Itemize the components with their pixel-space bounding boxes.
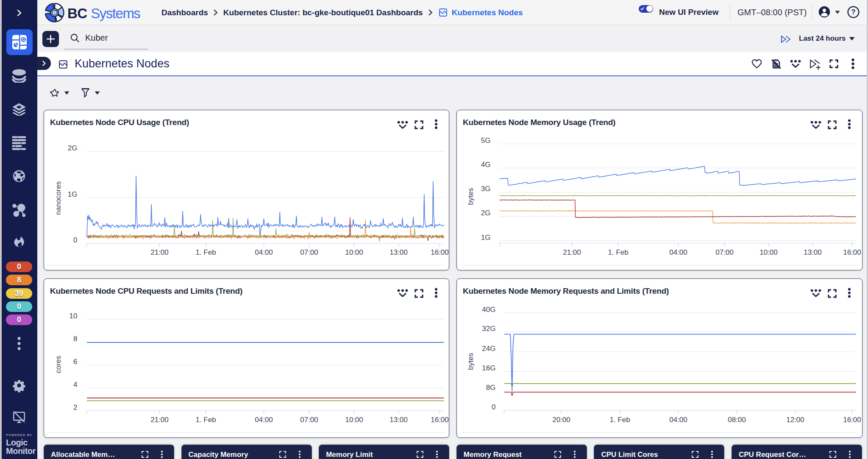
svg-text:1. Feb: 1. Feb	[609, 416, 630, 424]
svg-text:10:00: 10:00	[760, 248, 778, 256]
svg-text:1G: 1G	[481, 234, 491, 242]
svg-text:nanocores: nanocores	[54, 181, 62, 215]
svg-text:16G: 16G	[482, 364, 495, 372]
svg-text:13:00: 13:00	[389, 416, 408, 424]
svg-text:04:00: 04:00	[255, 416, 273, 424]
svg-text:1. Feb: 1. Feb	[195, 416, 216, 424]
svg-text:10:00: 10:00	[345, 248, 363, 256]
svg-text:10: 10	[70, 312, 78, 320]
svg-text:0: 0	[73, 236, 77, 244]
svg-text:?: ?	[851, 8, 856, 16]
svg-text:10:00: 10:00	[345, 416, 363, 424]
svg-text:20:00: 20:00	[552, 416, 570, 424]
svg-text:cores: cores	[54, 356, 62, 373]
svg-text:04:00: 04:00	[669, 416, 687, 424]
svg-text:07:00: 07:00	[715, 248, 734, 256]
svg-text:4: 4	[73, 380, 77, 388]
svg-text:8: 8	[73, 334, 77, 342]
svg-text:21:00: 21:00	[150, 416, 169, 424]
svg-text:1G: 1G	[68, 190, 78, 198]
svg-text:08:00: 08:00	[728, 416, 746, 424]
svg-text:16:00: 16:00	[843, 248, 861, 256]
svg-text:13:00: 13:00	[389, 248, 408, 256]
svg-text:32G: 32G	[482, 325, 495, 333]
svg-text:04:00: 04:00	[255, 248, 273, 256]
svg-text:6: 6	[73, 357, 77, 365]
svg-text:0: 0	[492, 403, 495, 411]
svg-text:24G: 24G	[482, 344, 495, 352]
svg-text:2: 2	[73, 403, 77, 411]
svg-text:40G: 40G	[482, 306, 495, 314]
svg-text:8G: 8G	[486, 384, 496, 392]
svg-text:bytes: bytes	[467, 353, 475, 370]
svg-text:21:00: 21:00	[563, 248, 581, 256]
svg-text:07:00: 07:00	[300, 248, 318, 256]
svg-text:5G: 5G	[481, 136, 491, 145]
svg-text:2G: 2G	[481, 209, 491, 217]
svg-text:2G: 2G	[68, 144, 78, 152]
svg-text:3G: 3G	[481, 185, 491, 193]
svg-text:16:00: 16:00	[431, 248, 449, 256]
svg-text:21:00: 21:00	[150, 248, 169, 256]
svg-text:16:00: 16:00	[431, 416, 449, 424]
svg-text:07:00: 07:00	[300, 416, 318, 424]
svg-text:1. Feb: 1. Feb	[608, 248, 628, 256]
svg-text:4G: 4G	[481, 161, 491, 169]
svg-text:bytes: bytes	[467, 188, 475, 205]
svg-text:13:00: 13:00	[804, 248, 822, 256]
svg-text:1. Feb: 1. Feb	[195, 248, 216, 256]
svg-text:04:00: 04:00	[669, 248, 687, 256]
svg-text:12:00: 12:00	[786, 416, 804, 424]
svg-text:16:00: 16:00	[843, 416, 861, 424]
